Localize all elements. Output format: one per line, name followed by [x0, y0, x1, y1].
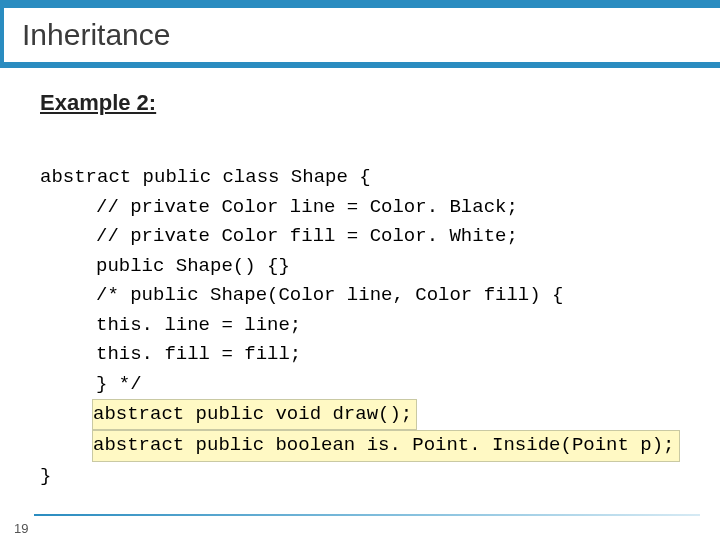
title-strip: Inheritance	[4, 8, 720, 62]
highlighted-code-line: abstract public boolean is. Point. Insid…	[92, 430, 680, 461]
highlighted-code-line: abstract public void draw();	[92, 399, 417, 430]
slide-title: Inheritance	[22, 18, 170, 52]
example-heading: Example 2:	[40, 90, 686, 116]
code-line: }	[40, 465, 51, 487]
footer-divider	[34, 514, 700, 516]
footer: 19	[0, 514, 720, 540]
code-line: // private Color fill = Color. White;	[96, 225, 518, 247]
code-line: } */	[96, 373, 142, 395]
code-line: // private Color line = Color. Black;	[96, 196, 518, 218]
page-number: 19	[14, 521, 28, 536]
code-line: abstract public class Shape {	[40, 166, 371, 188]
slide: Inheritance Example 2: abstract public c…	[0, 0, 720, 540]
title-bar: Inheritance	[0, 0, 720, 68]
code-line: this. line = line;	[96, 314, 301, 336]
code-line: /* public Shape(Color line, Color fill) …	[96, 284, 563, 306]
code-line: public Shape() {}	[96, 255, 290, 277]
code-line: this. fill = fill;	[96, 343, 301, 365]
code-block: abstract public class Shape { // private…	[40, 134, 686, 521]
content-area: Example 2: abstract public class Shape {…	[0, 68, 720, 521]
